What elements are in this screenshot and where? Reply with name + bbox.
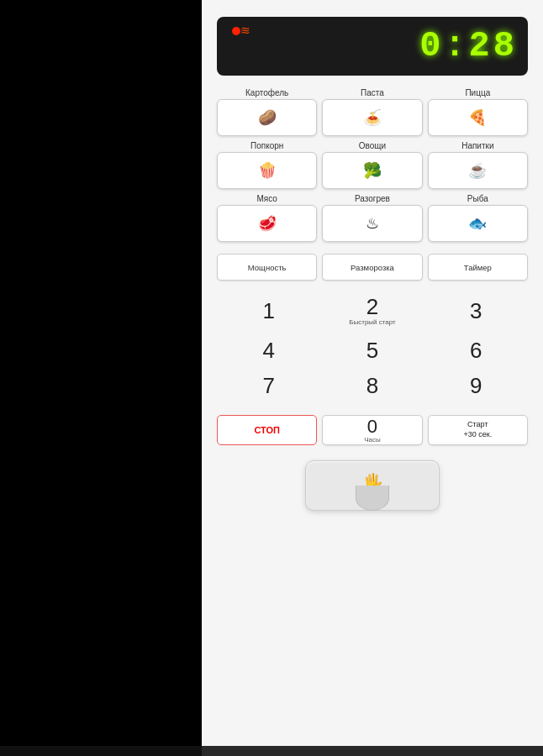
- handle-notch: [356, 486, 389, 511]
- preset-btn-7[interactable]: ♨: [322, 205, 422, 242]
- num-digit-1-0: 4: [262, 339, 274, 361]
- preset-label-4: Овощи: [359, 141, 386, 150]
- display: ≋ 0:28: [217, 17, 528, 76]
- zero-sublabel: Часы: [364, 436, 381, 444]
- num-digit-0-2: 3: [470, 300, 482, 322]
- start-line1: Старт: [467, 420, 488, 430]
- preset-label-5: Напитки: [461, 141, 493, 150]
- preset-label-8: Рыба: [467, 194, 488, 203]
- indicator-light: [232, 27, 240, 35]
- preset-btn-2[interactable]: 🍕: [428, 99, 528, 136]
- num-cell-0-1[interactable]: 2Быстрый старт: [320, 289, 424, 333]
- preset-btn-6[interactable]: 🥩: [217, 205, 317, 242]
- preset-btn-4[interactable]: 🥦: [322, 152, 422, 189]
- preset-btn-5[interactable]: ☕: [428, 152, 528, 189]
- num-cell-0-0[interactable]: 1: [217, 289, 320, 333]
- preset-item-2: Пицца🍕: [428, 88, 528, 136]
- func-btn-1[interactable]: Разморозка: [322, 254, 422, 281]
- preset-label-7: Разогрев: [355, 194, 390, 203]
- func-btn-0[interactable]: Мощность: [217, 254, 317, 281]
- wave-icon: ≋: [240, 24, 250, 38]
- num-cell-1-2[interactable]: 6: [424, 333, 528, 368]
- numpad: 12Быстрый старт3456789: [217, 289, 528, 403]
- control-panel: ≋ 0:28 Картофель🥔Паста🍝Пицца🍕Попкорн🍿Ово…: [202, 0, 543, 756]
- stop-button[interactable]: СТОП: [217, 415, 317, 445]
- microwave: ≋ 0:28 Картофель🥔Паста🍝Пицца🍕Попкорн🍿Ово…: [0, 0, 543, 756]
- num-cell-1-0[interactable]: 4: [217, 333, 320, 368]
- preset-item-8: Рыба🐟: [428, 194, 528, 242]
- zero-button[interactable]: 0 Часы: [322, 415, 422, 445]
- bottom-row: СТОП 0 Часы Старт +30 сек.: [217, 415, 528, 445]
- start-line2: +30 сек.: [463, 430, 492, 440]
- num-cell-0-2[interactable]: 3: [424, 289, 528, 333]
- num-row-0: 12Быстрый старт3: [217, 289, 528, 333]
- preset-btn-1[interactable]: 🍝: [322, 99, 422, 136]
- num-row-2: 789: [217, 368, 528, 403]
- preset-label-3: Попкорн: [250, 141, 283, 150]
- preset-label-6: Мясо: [256, 194, 277, 203]
- num-digit-1-1: 5: [366, 339, 378, 361]
- handle-section: 🖐: [217, 460, 528, 511]
- door-glass: [0, 0, 202, 756]
- preset-btn-8[interactable]: 🐟: [428, 205, 528, 242]
- num-cell-2-1[interactable]: 8: [320, 368, 424, 403]
- preset-label-1: Паста: [361, 88, 384, 97]
- preset-label-2: Пицца: [465, 88, 490, 97]
- zero-digit: 0: [367, 417, 377, 436]
- num-cell-2-0[interactable]: 7: [217, 368, 320, 403]
- preset-label-0: Картофель: [245, 88, 288, 97]
- num-digit-2-1: 8: [366, 375, 378, 396]
- num-digit-2-2: 9: [470, 375, 482, 396]
- num-digit-2-0: 7: [262, 375, 274, 396]
- preset-item-1: Паста🍝: [322, 88, 422, 136]
- preset-grid: Картофель🥔Паста🍝Пицца🍕Попкорн🍿Овощи🥦Напи…: [217, 88, 528, 242]
- preset-item-4: Овощи🥦: [322, 141, 422, 189]
- num-cell-1-1[interactable]: 5: [320, 333, 424, 368]
- bottom-feet-left: [0, 746, 202, 756]
- start-button[interactable]: Старт +30 сек.: [428, 415, 528, 445]
- door-handle[interactable]: 🖐: [305, 460, 440, 511]
- preset-item-0: Картофель🥔: [217, 88, 317, 136]
- func-btn-2[interactable]: Таймер: [428, 254, 528, 281]
- preset-item-6: Мясо🥩: [217, 194, 317, 242]
- time-display: 0:28: [419, 26, 518, 66]
- num-cell-2-2[interactable]: 9: [424, 368, 528, 403]
- function-row: МощностьРазморозкаТаймер: [217, 254, 528, 281]
- num-digit-0-0: 1: [262, 300, 274, 322]
- num-digit-0-1: 2: [366, 296, 378, 318]
- preset-item-5: Напитки☕: [428, 141, 528, 189]
- num-sublabel-0-1: Быстрый старт: [349, 318, 396, 326]
- preset-btn-3[interactable]: 🍿: [217, 152, 317, 189]
- num-digit-1-2: 6: [470, 339, 482, 361]
- door: [0, 0, 202, 756]
- num-row-1: 456: [217, 333, 528, 368]
- bottom-feet: [202, 746, 543, 756]
- preset-btn-0[interactable]: 🥔: [217, 99, 317, 136]
- preset-item-7: Разогрев♨: [322, 194, 422, 242]
- preset-item-3: Попкорн🍿: [217, 141, 317, 189]
